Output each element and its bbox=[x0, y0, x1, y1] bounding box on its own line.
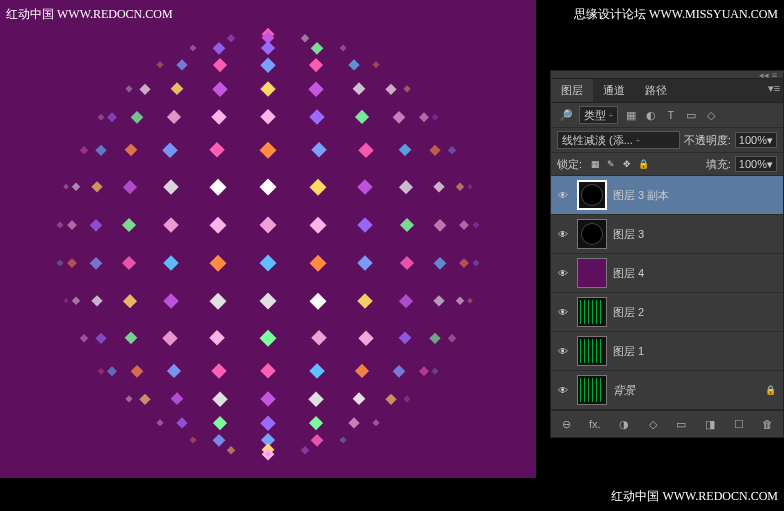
sphere-dot bbox=[400, 256, 414, 270]
sphere-dot bbox=[260, 329, 277, 346]
sphere-dot bbox=[339, 436, 346, 443]
filter-icon-4[interactable]: ◇ bbox=[702, 106, 720, 124]
visibility-eye-icon[interactable]: 👁 bbox=[555, 385, 571, 396]
sphere-dot bbox=[260, 293, 277, 310]
panel-grip[interactable]: ◂◂ ≡ bbox=[551, 71, 783, 79]
sphere-dot bbox=[311, 42, 323, 54]
layer-row[interactable]: 👁图层 3 副本 bbox=[551, 176, 783, 215]
visibility-eye-icon[interactable]: 👁 bbox=[555, 229, 571, 240]
sphere-dot bbox=[399, 295, 413, 309]
panel-menu-icon[interactable]: ▾≡ bbox=[765, 79, 783, 97]
sphere-dot bbox=[433, 181, 445, 193]
bottom-icon-6[interactable]: ☐ bbox=[730, 415, 748, 433]
sphere-dot bbox=[92, 181, 104, 193]
sphere-dot bbox=[124, 144, 137, 157]
layer-row[interactable]: 👁图层 1 bbox=[551, 332, 783, 371]
filter-type-select[interactable]: 类型 ÷ bbox=[579, 106, 618, 124]
lock-all-icon[interactable]: 🔒 bbox=[636, 157, 650, 171]
sphere-dot bbox=[430, 145, 441, 156]
lock-pixels-icon[interactable]: ▦ bbox=[588, 157, 602, 171]
sphere-dot bbox=[166, 110, 180, 124]
sphere-dot bbox=[472, 260, 479, 267]
layer-name: 背景 bbox=[613, 383, 759, 398]
sphere-dot bbox=[57, 260, 64, 267]
chevron-down-icon: ÷ bbox=[609, 112, 613, 119]
sphere-dot bbox=[448, 334, 456, 342]
tab-paths[interactable]: 路径 bbox=[635, 79, 677, 102]
chevron-down-icon: ▾ bbox=[767, 158, 773, 171]
sphere-dot bbox=[472, 221, 479, 228]
layer-row[interactable]: 👁图层 2 bbox=[551, 293, 783, 332]
sphere-dot bbox=[352, 393, 365, 406]
tab-layers[interactable]: 图层 bbox=[551, 79, 593, 102]
sphere-dot bbox=[260, 391, 276, 407]
filter-icon-3[interactable]: ▭ bbox=[682, 106, 700, 124]
sphere-dot bbox=[260, 81, 276, 97]
sphere-dot bbox=[213, 434, 225, 446]
tab-channels[interactable]: 通道 bbox=[593, 79, 635, 102]
filter-icon-0[interactable]: ▦ bbox=[622, 106, 640, 124]
sphere-dot bbox=[339, 45, 346, 52]
sphere-dot bbox=[125, 85, 132, 92]
visibility-eye-icon[interactable]: 👁 bbox=[555, 346, 571, 357]
filter-icon-1[interactable]: ◐ bbox=[642, 106, 660, 124]
sphere-dot bbox=[96, 332, 107, 343]
layer-row[interactable]: 👁图层 4 bbox=[551, 254, 783, 293]
sphere-dot bbox=[404, 85, 411, 92]
sphere-dot bbox=[260, 142, 277, 159]
opacity-input[interactable]: 100% ▾ bbox=[735, 132, 777, 148]
layer-row[interactable]: 👁背景🔒 bbox=[551, 371, 783, 410]
sphere-dot bbox=[98, 114, 104, 120]
visibility-eye-icon[interactable]: 👁 bbox=[555, 268, 571, 279]
layer-name: 图层 4 bbox=[613, 266, 759, 281]
panel-tabs: 图层 通道 路径 ▾≡ bbox=[551, 79, 783, 103]
chevron-down-icon: ÷ bbox=[636, 137, 640, 144]
sphere-dot bbox=[399, 144, 412, 157]
visibility-eye-icon[interactable]: 👁 bbox=[555, 307, 571, 318]
sphere-dot bbox=[309, 58, 323, 72]
visibility-eye-icon[interactable]: 👁 bbox=[555, 190, 571, 201]
blend-mode-select[interactable]: 线性减淡 (添... ÷ bbox=[557, 131, 680, 149]
bottom-icon-3[interactable]: ◇ bbox=[644, 415, 662, 433]
lock-brush-icon[interactable]: ✎ bbox=[604, 157, 618, 171]
sphere-dot bbox=[170, 393, 183, 406]
bottom-icon-2[interactable]: ◑ bbox=[615, 415, 633, 433]
sphere-dot bbox=[459, 259, 469, 269]
sphere-dot bbox=[358, 179, 373, 194]
bottom-icon-7[interactable]: 🗑 bbox=[759, 415, 777, 433]
lock-icons: ▦ ✎ ✥ 🔒 bbox=[588, 157, 650, 171]
sphere-dot bbox=[358, 143, 373, 158]
sphere-dot bbox=[311, 142, 327, 158]
sphere-dot bbox=[122, 218, 136, 232]
bottom-icon-4[interactable]: ▭ bbox=[672, 415, 690, 433]
sphere-dot bbox=[301, 34, 309, 42]
layer-row[interactable]: 👁图层 3 bbox=[551, 215, 783, 254]
bottom-icon-0[interactable]: ⊖ bbox=[557, 415, 575, 433]
sphere-dot bbox=[213, 42, 225, 54]
search-icon[interactable]: 🔎 bbox=[557, 106, 575, 124]
sphere-dot bbox=[123, 180, 137, 194]
bottom-icon-5[interactable]: ◨ bbox=[701, 415, 719, 433]
sphere-dot bbox=[309, 81, 324, 96]
sphere-dot bbox=[355, 110, 369, 124]
sphere-dot bbox=[349, 60, 360, 71]
sphere-dot bbox=[393, 364, 405, 376]
sphere-dot bbox=[125, 395, 132, 402]
fill-input[interactable]: 100% ▾ bbox=[735, 156, 777, 172]
sphere-dot bbox=[190, 436, 197, 443]
sphere-dot bbox=[358, 294, 373, 309]
sphere-dot bbox=[163, 143, 178, 158]
sphere-dot bbox=[466, 183, 472, 189]
filter-icon-2[interactable]: T bbox=[662, 106, 680, 124]
lock-move-icon[interactable]: ✥ bbox=[620, 157, 634, 171]
sphere-dot bbox=[311, 330, 327, 346]
filter-type-label: 类型 bbox=[584, 108, 606, 123]
lock-row: 锁定: ▦ ✎ ✥ 🔒 填充: 100% ▾ bbox=[551, 153, 783, 176]
canvas-viewport bbox=[0, 0, 536, 478]
sphere-dot bbox=[456, 297, 465, 306]
sphere-dot bbox=[260, 178, 277, 195]
sphere-dot bbox=[309, 392, 324, 407]
sphere-artwork bbox=[48, 24, 488, 464]
layer-name: 图层 2 bbox=[613, 305, 759, 320]
bottom-icon-1[interactable]: fx. bbox=[586, 415, 604, 433]
